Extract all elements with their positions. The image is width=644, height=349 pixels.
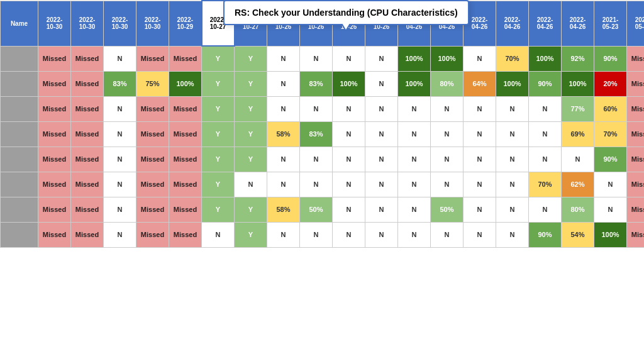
cell: Missed xyxy=(71,121,104,147)
cell: N xyxy=(496,147,529,172)
col-header-17: 2021-05-23 xyxy=(594,1,627,46)
col-header-2: 2022-10-30 xyxy=(104,1,136,46)
cell: N xyxy=(104,121,136,147)
table-row: Missed Missed N Missed Missed Y Y 58% 83… xyxy=(1,121,645,147)
cell: 70% xyxy=(496,46,529,71)
cell: 90% xyxy=(529,71,562,96)
col-header-4: 2022-10-29 xyxy=(169,1,202,46)
cell: Missed xyxy=(136,172,169,197)
cell: N xyxy=(562,147,594,172)
cell: N xyxy=(300,147,333,172)
cell: 64% xyxy=(464,71,496,96)
cell: Y xyxy=(235,121,267,147)
cell: Missed xyxy=(169,46,202,71)
cell: 70% xyxy=(594,121,627,147)
cell: N xyxy=(365,46,398,71)
table-row: Missed Missed N Missed Missed Y Y N N N … xyxy=(1,147,645,172)
col-header-1: 2022-10-30 xyxy=(71,1,104,46)
cell: Y xyxy=(202,96,235,121)
cell: N xyxy=(496,172,529,197)
col-header-5: 2022-10-27 xyxy=(202,1,235,46)
cell: N xyxy=(300,222,333,247)
cell: N xyxy=(300,46,333,71)
cell: Y xyxy=(202,46,235,71)
cell: 75% xyxy=(136,71,169,96)
cell: Missed xyxy=(38,96,71,121)
cell: 83% xyxy=(104,71,136,96)
cell: Y xyxy=(235,71,267,96)
cell: Missed xyxy=(71,96,104,121)
cell: N xyxy=(496,197,529,222)
cell: N xyxy=(529,96,562,121)
cell: N xyxy=(267,96,300,121)
cell: Y xyxy=(202,121,235,147)
cell: 100% xyxy=(496,71,529,96)
cell: N xyxy=(267,147,300,172)
cell: N xyxy=(365,147,398,172)
cell: Missed xyxy=(71,172,104,197)
cell: N xyxy=(594,172,627,197)
cell: Y xyxy=(235,96,267,121)
cell: N xyxy=(300,96,333,121)
cell: 100% xyxy=(594,222,627,247)
cell: N xyxy=(300,172,333,197)
cell: 100% xyxy=(398,71,431,96)
cell: Missed xyxy=(169,96,202,121)
col-header-16: 2022-04-26 xyxy=(562,1,594,46)
cell: Missed xyxy=(38,71,71,96)
col-header-15: 2022-04-26 xyxy=(529,1,562,46)
cell: N xyxy=(431,147,464,172)
name-cell xyxy=(1,96,38,121)
cell: N xyxy=(398,121,431,147)
cell: Y xyxy=(235,46,267,71)
cell: 60% xyxy=(594,96,627,121)
cell: Y xyxy=(202,147,235,172)
col-header-name: Name xyxy=(1,1,38,46)
col-header-9: 2022-10-26 xyxy=(333,1,365,46)
cell: Y xyxy=(235,222,267,247)
cell: N xyxy=(333,222,365,247)
cell: N xyxy=(365,172,398,197)
cell: N xyxy=(333,197,365,222)
name-cell xyxy=(1,197,38,222)
cell: N xyxy=(365,121,398,147)
cell: 83% xyxy=(300,71,333,96)
col-header-10: 2022-10-26 xyxy=(365,1,398,46)
col-header-6: 2022-10-27 xyxy=(235,1,267,46)
cell: Missed xyxy=(71,147,104,172)
cell: N xyxy=(431,121,464,147)
cell: N xyxy=(365,197,398,222)
col-header-12: 2022-04-26 xyxy=(431,1,464,46)
cell: Missed xyxy=(136,46,169,71)
name-cell xyxy=(1,121,38,147)
cell: N xyxy=(104,197,136,222)
col-header-7: 2022-10-26 xyxy=(267,1,300,46)
cell: N xyxy=(333,147,365,172)
cell: Missed xyxy=(38,121,71,147)
cell: N xyxy=(333,96,365,121)
cell: Missed xyxy=(71,71,104,96)
cell: N xyxy=(104,46,136,71)
cell: Missed xyxy=(38,222,71,247)
col-header-0: 2022-10-30 xyxy=(38,1,71,46)
col-header-13: 2022-04-26 xyxy=(464,1,496,46)
cell: N xyxy=(431,96,464,121)
cell: Missed xyxy=(38,46,71,71)
cell: Missed xyxy=(136,147,169,172)
cell: 62% xyxy=(562,172,594,197)
cell: N xyxy=(365,96,398,121)
cell: N xyxy=(431,222,464,247)
cell: 100% xyxy=(169,71,202,96)
cell: N xyxy=(398,197,431,222)
cell: Missed xyxy=(136,222,169,247)
cell: N xyxy=(333,172,365,197)
cell: N xyxy=(431,172,464,197)
cell: Y xyxy=(202,71,235,96)
cell: 58% xyxy=(267,121,300,147)
cell: N xyxy=(202,222,235,247)
cell: N xyxy=(398,172,431,197)
main-table-wrapper[interactable]: RS: Check your Understanding (CPU Charac… xyxy=(0,0,644,349)
cell: N xyxy=(104,172,136,197)
cell: Missed xyxy=(136,197,169,222)
cell: Missed xyxy=(169,147,202,172)
